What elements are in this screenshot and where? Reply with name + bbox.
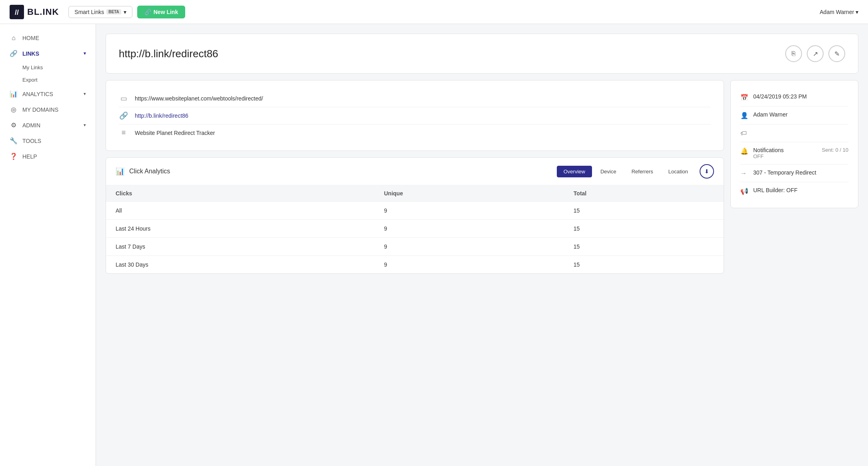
cell-unique: 9 [374,256,564,274]
sidebar-admin-label: ADMIN [22,122,40,129]
tab-overview[interactable]: Overview [557,166,592,177]
col-clicks: Clicks [106,185,374,202]
user-menu[interactable]: Adam Warner ▾ [820,9,858,15]
new-link-button[interactable]: 🔗 New Link [137,6,185,18]
browser-icon: ▭ [119,94,128,103]
col-total: Total [564,185,724,202]
analytics-icon: 📊 [10,90,18,98]
edit-icon: ✎ [834,50,840,58]
table-header-row: Clicks Unique Total [106,185,724,202]
cell-unique: 9 [374,238,564,256]
sidebar-analytics-label: ANALYTICS [22,91,53,97]
notifications-sent: Sent: 0 / 10 [822,147,849,153]
sidebar-item-help[interactable]: ❓ HELP [0,149,96,164]
copy-button[interactable]: ⎘ [785,45,802,62]
sidebar-domains-label: MY DOMAINS [22,106,58,113]
owner-name: Adam Warner [753,111,788,118]
table-row: Last 24 Hours 9 15 [106,220,724,238]
open-button[interactable]: ↗ [807,45,824,62]
owner-row: 👤 Adam Warner [740,106,848,125]
created-date-row: 📅 04/24/2019 05:23 PM [740,88,848,106]
main-content: http://b.link/redirect86 ⎘ ↗ ✎ [96,24,868,466]
table-row: Last 30 Days 9 15 [106,256,724,274]
title-row: ≡ Website Planet Redirect Tracker [119,125,711,141]
header-actions: ⎘ ↗ ✎ [785,45,845,62]
cell-total: 15 [564,202,724,220]
cell-unique: 9 [374,220,564,238]
copy-icon: ⎘ [792,50,796,57]
cell-unique: 9 [374,202,564,220]
link-icon: 🔗 [144,9,151,15]
tab-device[interactable]: Device [594,166,623,177]
tab-location-label: Location [668,169,688,175]
sidebar-tools-label: TOOLS [22,138,41,144]
tab-referrers-label: Referrers [632,169,653,175]
redirect-type-row: → 307 - Temporary Redirect [740,165,848,182]
svg-text://: // [15,8,19,16]
destination-url: https://www.websiteplanet.com/webtools/r… [135,95,263,102]
new-link-label: New Link [154,9,178,15]
notifications-row: 🔔 Notifications OFF Sent: 0 / 10 [740,142,848,165]
help-icon: ❓ [10,153,18,160]
analytics-tabs: Overview Device Referrers Location [557,166,695,177]
menu-icon: ≡ [119,129,128,137]
beta-badge: BETA [106,9,121,14]
smart-links-button[interactable]: Smart Links BETA ▾ [68,6,132,18]
logo: // BL.INK [10,5,59,19]
link-chain-icon: 🔗 [119,111,128,120]
sidebar-item-links[interactable]: 🔗 LINKS ▾ [0,46,96,61]
sidebar-links-label: LINKS [22,50,39,57]
page-header-card: http://b.link/redirect86 ⎘ ↗ ✎ [106,34,858,74]
my-links-label: My Links [22,64,43,70]
home-icon: ⌂ [10,34,18,42]
created-date: 04/24/2019 05:23 PM [753,93,807,100]
edit-button[interactable]: ✎ [828,45,845,62]
col-unique: Unique [374,185,564,202]
redirect-icon: → [740,170,748,177]
sidebar-item-admin[interactable]: ⚙ ADMIN ▾ [0,117,96,133]
main-column: ▭ https://www.websiteplanet.com/webtools… [106,80,724,274]
bell-icon: 🔔 [740,147,748,155]
side-column: 📅 04/24/2019 05:23 PM 👤 Adam Warner 🏷 🔔 [730,80,858,208]
sidebar-item-my-domains[interactable]: ◎ MY DOMAINS [0,102,96,117]
chevron-admin-icon: ▾ [84,123,86,128]
side-info-card: 📅 04/24/2019 05:23 PM 👤 Adam Warner 🏷 🔔 [730,80,858,208]
sidebar: ⌂ HOME 🔗 LINKS ▾ My Links Export 📊 ANALY… [0,24,96,466]
download-icon: ⬇ [704,168,709,175]
tab-location[interactable]: Location [662,166,695,177]
sidebar-item-analytics[interactable]: 📊 ANALYTICS ▾ [0,86,96,102]
url-builder: URL Builder: OFF [753,187,798,193]
sidebar-item-home[interactable]: ⌂ HOME [0,30,96,46]
tools-icon: 🔧 [10,137,18,145]
tag-row: 🏷 [740,125,848,142]
sidebar-item-tools[interactable]: 🔧 TOOLS [0,133,96,149]
chevron-analytics-icon: ▾ [84,91,86,96]
admin-icon: ⚙ [10,121,18,129]
page-title: http://b.link/redirect86 [119,48,218,60]
download-button[interactable]: ⬇ [700,164,714,179]
analytics-card: 📊 Click Analytics Overview Device Referr… [106,157,724,274]
tab-overview-label: Overview [564,169,585,175]
sidebar-help-label: HELP [22,153,37,160]
url-builder-row: 📢 URL Builder: OFF [740,182,848,200]
cell-label: Last 30 Days [106,256,374,274]
tab-referrers[interactable]: Referrers [625,166,660,177]
top-nav: // BL.INK Smart Links BETA ▾ 🔗 New Link … [0,0,868,24]
sidebar-home-label: HOME [22,35,39,41]
app-layout: ⌂ HOME 🔗 LINKS ▾ My Links Export 📊 ANALY… [0,24,868,466]
notifications-status: OFF [753,153,817,159]
analytics-header: 📊 Click Analytics Overview Device Referr… [106,158,724,185]
bar-chart-icon: 📊 [116,167,124,176]
sidebar-item-my-links[interactable]: My Links [0,61,96,74]
sidebar-item-export[interactable]: Export [0,74,96,86]
calendar-icon: 📅 [740,94,748,101]
chevron-down-icon: ▾ [124,9,126,15]
table-row: All 9 15 [106,202,724,220]
short-url-link[interactable]: http://b.link/redirect86 [135,112,188,119]
clicks-table: Clicks Unique Total All 9 15 Last 24 Hou… [106,185,724,273]
redirect-type: 307 - Temporary Redirect [753,169,816,176]
domains-icon: ◎ [10,106,18,113]
cell-total: 15 [564,256,724,274]
link-info-card: ▭ https://www.websiteplanet.com/webtools… [106,80,724,151]
links-icon: 🔗 [10,50,18,57]
